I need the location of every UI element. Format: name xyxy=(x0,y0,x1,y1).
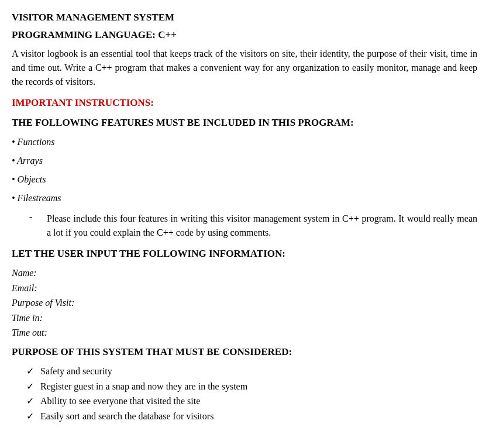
purpose-heading: PURPOSE OF THIS SYSTEM THAT MUST BE CONS… xyxy=(12,346,477,358)
feature-item: • Filestreams xyxy=(12,193,477,204)
important-instructions-heading: IMPORTANT INSTRUCTIONS: xyxy=(12,97,477,109)
check-icon: ✓ xyxy=(26,379,40,394)
feature-item: • Arrays xyxy=(12,156,477,166)
check-icon: ✓ xyxy=(26,364,40,379)
purpose-list: ✓ Safety and security ✓ Register guest i… xyxy=(26,364,477,423)
purpose-item: ✓ Register guest in a snap and now they … xyxy=(26,379,477,394)
instruction-note: - Please include this four features in w… xyxy=(29,212,477,240)
purpose-item: ✓ Safety and security xyxy=(26,364,477,379)
dash-bullet: - xyxy=(29,212,47,240)
purpose-text: Ability to see everyone that visited the… xyxy=(40,394,200,409)
input-info-heading: LET THE USER INPUT THE FOLLOWING INFORMA… xyxy=(12,248,477,260)
purpose-text: Safety and security xyxy=(40,364,112,379)
feature-item: • Functions xyxy=(12,137,477,147)
note-text: Please include this four features in wri… xyxy=(47,212,477,240)
input-field-label: Time in: xyxy=(12,311,477,326)
feature-item: • Objects xyxy=(12,174,477,185)
check-icon: ✓ xyxy=(26,394,40,409)
input-field-label: Purpose of Visit: xyxy=(12,295,477,311)
language-heading: PROGRAMMING LANGUAGE: C++ xyxy=(12,29,477,41)
features-heading: THE FOLLOWING FEATURES MUST BE INCLUDED … xyxy=(12,117,477,129)
purpose-item: ✓ Ability to see everyone that visited t… xyxy=(26,394,477,409)
input-field-label: Name: xyxy=(12,266,477,281)
intro-paragraph: A visitor logbook is an essential tool t… xyxy=(12,47,477,89)
input-fields-list: Name: Email: Purpose of Visit: Time in: … xyxy=(12,266,477,340)
input-field-label: Time out: xyxy=(12,325,477,340)
purpose-item: ✓ Easily sort and search the database fo… xyxy=(26,409,477,424)
purpose-text: Easily sort and search the database for … xyxy=(40,409,213,424)
check-icon: ✓ xyxy=(26,409,40,424)
input-field-label: Email: xyxy=(12,281,477,296)
purpose-text: Register guest in a snap and now they ar… xyxy=(40,379,247,394)
title-heading: VISITOR MANAGEMENT SYSTEM xyxy=(12,12,477,23)
